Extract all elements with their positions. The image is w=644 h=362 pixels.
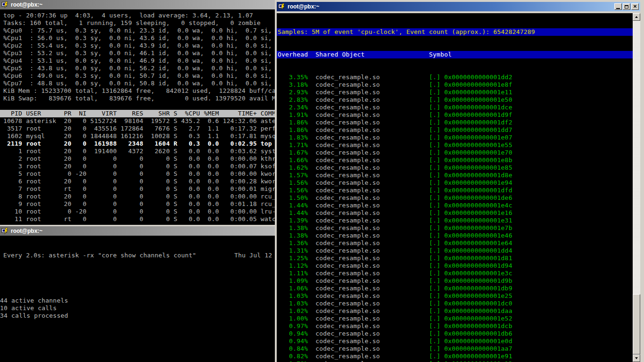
close-button[interactable]: ✕ <box>631 3 639 10</box>
window-title: root@pbx:~ <box>11 1 42 8</box>
symbol-cell: [.] 0x0000000000001dc0 <box>429 300 512 307</box>
shared-object-cell: codec_resample.so <box>308 239 429 247</box>
watch-date-text: Thu Jul 12 <box>234 252 272 259</box>
perf-samples-line: Samples: 5M of event 'cpu-clock', Event … <box>277 28 633 36</box>
perf-row: 0.94% codec_resample.so [.] 0x0000000000… <box>277 337 633 345</box>
perf-row: 1.50% codec_resample.so [.] 0x0000000000… <box>277 194 633 202</box>
scrollbar-down-button[interactable] <box>633 354 640 362</box>
perf-columns-header: Overhead Shared Object Symbol <box>277 51 633 58</box>
perf-rows: 3.35% codec_resample.so [.] 0x0000000000… <box>277 74 633 362</box>
overhead-cell: 1.86% <box>278 126 308 133</box>
shared-object-cell: codec_resample.so <box>308 104 429 111</box>
terminal-line: %Cpu1 : 56.0 us, 0.3 sy, 0.0 ni, 43.6 id… <box>0 34 276 42</box>
overhead-cell: 0.82% <box>278 353 308 360</box>
perf-row: 1.91% codec_resample.so [.] 0x0000000000… <box>277 111 633 119</box>
watch-terminal-content[interactable]: Every 2.0s: asterisk -rx "core show chan… <box>0 236 276 362</box>
perf-row: 1.38% codec_resample.so [.] 0x0000000000… <box>277 232 633 239</box>
perf-row: 1.62% codec_resample.so [.] 0x0000000000… <box>277 164 633 172</box>
perf-row: 1.03% codec_resample.so [.] 0x0000000000… <box>277 292 633 300</box>
shared-object-cell: codec_resample.so <box>308 345 429 352</box>
terminal-line: top - 20:07:36 up 4:03, 4 users, load av… <box>0 12 276 19</box>
maximize-button[interactable] <box>623 3 630 10</box>
arrow-down-icon <box>635 357 638 359</box>
shared-object-cell: codec_resample.so <box>308 307 429 314</box>
blank-line <box>0 274 276 282</box>
shared-object-cell: codec_resample.so <box>308 315 429 322</box>
shared-object-cell: codec_resample.so <box>308 179 429 186</box>
perf-row: 2.83% codec_resample.so [.] 0x0000000000… <box>277 96 633 104</box>
overhead-cell: 1.44% <box>278 202 308 209</box>
perf-row: 1.66% codec_resample.so [.] 0x0000000000… <box>277 156 633 164</box>
perf-row: 0.82% codec_resample.so [.] 0x0000000000… <box>277 353 633 360</box>
perf-terminal-content[interactable]: Samples: 5M of event 'cpu-clock', Event … <box>277 13 633 362</box>
desktop: { "colors": { "term_bg": "#000000", "ter… <box>0 0 644 362</box>
shared-object-cell: codec_resample.so <box>308 337 429 345</box>
scrollbar-up-button[interactable] <box>633 13 640 21</box>
window-controls: ✕ <box>614 3 639 10</box>
symbol-cell: [.] 0x0000000000001e55 <box>429 141 512 148</box>
perf-row: 1.03% codec_resample.so [.] 0x0000000000… <box>277 300 633 307</box>
scrollbar-thumb[interactable] <box>633 294 640 354</box>
symbol-cell: [.] 0x0000000000001e31 <box>429 217 512 224</box>
perf-row: 1.31% codec_resample.so [.] 0x0000000000… <box>277 247 633 255</box>
window-top-terminal: root@pbx:~ top - 20:07:36 up 4:03, 4 use… <box>0 0 276 227</box>
shared-object-cell: codec_resample.so <box>308 232 429 239</box>
window-title: root@pbx:~ <box>11 228 42 234</box>
symbol-cell: [.] 0x0000000000001e85 <box>429 164 512 171</box>
overhead-cell: 1.02% <box>278 307 308 314</box>
symbol-cell: [.] 0x0000000000001d8e <box>429 172 512 179</box>
overhead-cell: 1.38% <box>278 224 308 231</box>
terminal-line: 10 active calls <box>0 304 276 312</box>
top-terminal-content[interactable]: top - 20:07:36 up 4:03, 4 users, load av… <box>0 9 276 227</box>
titlebar[interactable]: root@pbx:~ ✕ <box>277 2 640 11</box>
perf-row: 0.78% codec_resample.so [.] 0x0000000000… <box>277 360 633 362</box>
symbol-cell: [.] 0x0000000000001e0d <box>429 337 512 345</box>
symbol-cell: [.] 0x0000000000001e8b <box>429 156 512 164</box>
process-row: 3 root 20 0 0 0 0 S 0.0 0.0 0:00.07 ksof… <box>0 163 276 170</box>
shared-object-cell: codec_resample.so <box>308 322 429 329</box>
symbol-cell: [.] 0x0000000000001e91 <box>429 353 512 360</box>
symbol-cell: [.] 0x0000000000001e7b <box>429 224 512 231</box>
process-row: 10678 asterisk 20 0 5152724 98104 19572 … <box>0 117 276 125</box>
terminal-line: %Cpu7 : 48.8 us, 0.0 sy, 0.0 ni, 50.8 id… <box>0 80 276 87</box>
shared-object-cell: codec_resample.so <box>308 164 429 171</box>
putty-icon <box>278 3 286 10</box>
process-table-header: PID USER PR NI VIRT RES SHR S %CPU %MEM … <box>0 110 276 117</box>
shared-object-cell: codec_resample.so <box>308 74 429 81</box>
watch-header-line: Every 2.0s: asterisk -rx "core show chan… <box>0 252 276 259</box>
perf-row: 1.71% codec_resample.so [.] 0x0000000000… <box>277 141 633 149</box>
overhead-cell: 1.57% <box>278 172 308 179</box>
symbol-cell: [.] 0x0000000000001e8f <box>429 81 512 88</box>
overhead-cell: 3.18% <box>278 81 308 88</box>
shared-object-cell: codec_resample.so <box>308 353 429 360</box>
overhead-cell: 1.56% <box>278 179 308 186</box>
overhead-cell: 0.97% <box>278 322 308 329</box>
symbol-cell: [.] 0x0000000000001e94 <box>429 179 512 186</box>
shared-object-cell: codec_resample.so <box>308 270 429 277</box>
perf-row: 1.86% codec_resample.so [.] 0x0000000000… <box>277 126 633 134</box>
perf-row: 2.93% codec_resample.so [.] 0x0000000000… <box>277 89 633 96</box>
watch-output: 44 active channels10 active calls34 call… <box>0 297 276 320</box>
window-watch-terminal: root@pbx:~ Every 2.0s: asterisk -rx "cor… <box>0 225 276 362</box>
shared-object-cell: codec_resample.so <box>308 330 429 337</box>
process-row: 3517 root 20 0 435516 172864 7676 S 2.7 … <box>0 125 276 132</box>
terminal-line: 34 calls processed <box>0 312 276 320</box>
putty-icon <box>1 1 9 8</box>
titlebar[interactable]: root@pbx:~ <box>0 0 276 9</box>
shared-object-cell: codec_resample.so <box>308 134 429 141</box>
symbol-cell: [.] 0x0000000000001e13 <box>429 360 512 362</box>
shared-object-cell: codec_resample.so <box>308 81 429 88</box>
perf-row: 1.56% codec_resample.so [.] 0x0000000000… <box>277 179 633 187</box>
titlebar[interactable]: root@pbx:~ <box>0 226 276 236</box>
perf-row: 1.44% codec_resample.so [.] 0x0000000000… <box>277 209 633 217</box>
perf-row: 3.35% codec_resample.so [.] 0x0000000000… <box>277 74 633 81</box>
minimize-button[interactable] <box>614 3 622 10</box>
scrollbar[interactable] <box>633 13 640 362</box>
perf-row: 1.57% codec_resample.so [.] 0x0000000000… <box>277 172 633 179</box>
terminal-line: %Cpu6 : 49.0 us, 0.3 sy, 0.0 ni, 50.7 id… <box>0 72 276 80</box>
window-title: root@pbx:~ <box>288 3 319 10</box>
perf-row: 1.06% codec_resample.so [.] 0x0000000000… <box>277 285 633 292</box>
terminal-line: Tasks: 160 total, 1 running, 159 sleepin… <box>0 19 276 27</box>
symbol-cell: [.] 0x0000000000001e25 <box>429 292 512 299</box>
perf-row: 1.09% codec_resample.so [.] 0x0000000000… <box>277 277 633 285</box>
